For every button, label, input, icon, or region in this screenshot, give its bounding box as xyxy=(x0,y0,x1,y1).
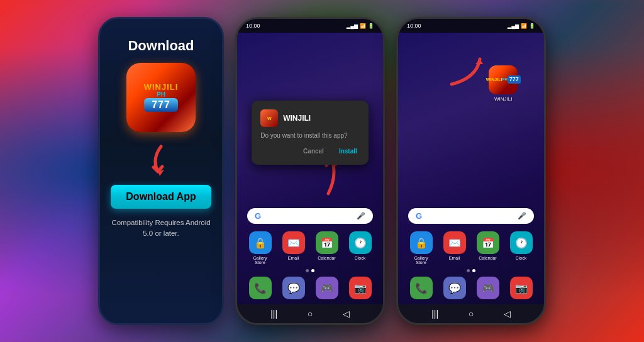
clock-app[interactable]: 🕐 Clock xyxy=(345,231,375,265)
gallery-store-app[interactable]: 🔒 GalleryStore xyxy=(245,231,275,265)
right-games-app[interactable]: 🎮 xyxy=(472,277,503,299)
middle-home-bottom: G 🎤 🔒 GalleryStore ✉️ Email 📅 Calendar xyxy=(237,208,383,304)
compatibility-text: Compatibility Requires Android 5.0 or la… xyxy=(110,218,212,240)
bottom-app-row: 📞 💬 🎮 📷 xyxy=(237,274,383,304)
games-icon: 🎮 xyxy=(316,277,338,299)
email-icon: ✉️ xyxy=(282,231,305,254)
email-label: Email xyxy=(288,256,299,260)
right-nav-bar: ||| ○ ◁ xyxy=(398,304,544,323)
dialog-cancel-button[interactable]: Cancel xyxy=(301,146,326,156)
right-dot-1 xyxy=(467,269,470,272)
right-phone: 10:00 ▂▄▆ 📶 🔋 WINJILI PH 777 WINJILI xyxy=(396,17,546,325)
battery-icon: 🔋 xyxy=(368,23,374,29)
dialog-app-icon: W xyxy=(260,109,278,127)
wifi-icon: 📶 xyxy=(360,23,366,29)
right-page-dots xyxy=(398,267,544,274)
wifi-icon-right: 📶 xyxy=(521,23,527,29)
right-phone-app[interactable]: 📞 xyxy=(406,277,436,299)
messages-app[interactable]: 💬 xyxy=(278,277,309,299)
right-status-bar: 10:00 ▂▄▆ 📶 🔋 xyxy=(398,19,544,33)
right-gallery-store-icon: 🔒 xyxy=(410,231,433,254)
right-bottom-app-row: 📞 💬 🎮 📷 xyxy=(398,274,544,304)
middle-status-bar: 10:00 ▂▄▆ 📶 🔋 xyxy=(237,19,383,33)
svg-marker-2 xyxy=(475,59,483,64)
dialog-header: W WINJILI xyxy=(260,109,360,127)
right-email-icon: ✉️ xyxy=(443,231,466,254)
middle-screen: W WINJILI Do you want to install this ap… xyxy=(237,33,383,304)
right-phone-icon: 📞 xyxy=(410,277,433,299)
google-g: G xyxy=(255,211,261,221)
right-camera-app[interactable]: 📷 xyxy=(506,277,536,299)
content-wrapper: Download WINJILI PH 777 Download App Com… xyxy=(0,0,644,342)
phone-icon: 📞 xyxy=(249,277,272,299)
middle-phone: 10:00 ▂▄▆ 📶 🔋 W WINJILI Do you want to i… xyxy=(235,17,385,325)
winjili-home-icon: WINJILI PH 777 xyxy=(489,65,518,94)
right-clock-label: Clock xyxy=(516,256,527,260)
app-icon: WINJILI PH 777 xyxy=(126,63,196,132)
middle-status-icons: ▂▄▆ 📶 🔋 xyxy=(347,23,374,29)
right-clock-icon: 🕐 xyxy=(510,231,533,254)
calendar-label: Calendar xyxy=(318,256,335,260)
signal-icon-right: ▂▄▆ xyxy=(508,23,519,29)
right-messages-icon: 💬 xyxy=(443,277,466,299)
home-nav[interactable]: ○ xyxy=(304,308,316,319)
right-calendar-app[interactable]: 📅 Calendar xyxy=(472,231,503,265)
dot-1 xyxy=(306,269,309,272)
camera-app[interactable]: 📷 xyxy=(345,277,375,299)
installed-winjili-app[interactable]: WINJILI PH 777 WINJILI xyxy=(489,65,518,102)
right-google-g: G xyxy=(416,211,422,221)
calendar-app[interactable]: 📅 Calendar xyxy=(311,231,342,265)
games-app[interactable]: 🎮 xyxy=(311,277,342,299)
right-email-app[interactable]: ✉️ Email xyxy=(439,231,470,265)
calendar-icon: 📅 xyxy=(316,231,338,254)
right-gallery-store-app[interactable]: 🔒 GalleryStore xyxy=(406,231,436,265)
right-clock-app[interactable]: 🕐 Clock xyxy=(506,231,536,265)
dialog-question: Do you want to install this app? xyxy=(260,132,360,139)
dialog-app-name: WINJILI xyxy=(283,114,311,123)
right-dot-2 xyxy=(472,269,475,272)
right-time: 10:00 xyxy=(407,23,421,29)
right-mic-icon: 🎤 xyxy=(518,212,526,220)
page-dots xyxy=(237,267,383,274)
right-calendar-icon: 📅 xyxy=(477,231,499,254)
right-back-nav[interactable]: ||| xyxy=(430,308,441,319)
right-messages-app[interactable]: 💬 xyxy=(439,277,470,299)
middle-nav-bar: ||| ○ ◁ xyxy=(237,304,383,323)
right-calendar-label: Calendar xyxy=(479,256,496,260)
mic-icon: 🎤 xyxy=(357,212,365,220)
battery-icon-right: 🔋 xyxy=(529,23,535,29)
right-games-icon: 🎮 xyxy=(477,277,499,299)
right-recent-nav[interactable]: ◁ xyxy=(501,308,513,319)
right-app-grid: 🔒 GalleryStore ✉️ Email 📅 Calendar 🕐 Clo… xyxy=(398,229,544,267)
dialog-install-button[interactable]: Install xyxy=(336,146,360,156)
email-app[interactable]: ✉️ Email xyxy=(278,231,309,265)
search-bar[interactable]: G 🎤 xyxy=(247,208,373,224)
install-dialog: W WINJILI Do you want to install this ap… xyxy=(252,101,369,165)
slot-numbers: 777 xyxy=(144,98,179,112)
right-status-icons: ▂▄▆ 📶 🔋 xyxy=(508,23,535,29)
installed-app-label: WINJILI xyxy=(494,96,512,102)
gallery-store-icon: 🔒 xyxy=(249,231,272,254)
clock-label: Clock xyxy=(355,256,366,260)
right-home-nav[interactable]: ○ xyxy=(465,308,477,319)
app-ph-text: PH xyxy=(144,91,179,98)
app-icon-inner: WINJILI PH 777 xyxy=(144,83,179,112)
app-name-text: WINJILI xyxy=(144,83,179,91)
left-download-card: Download WINJILI PH 777 Download App Com… xyxy=(98,17,224,325)
clock-icon: 🕐 xyxy=(349,231,372,254)
phone-app[interactable]: 📞 xyxy=(245,277,275,299)
middle-time: 10:00 xyxy=(246,23,260,29)
dialog-buttons: Cancel Install xyxy=(260,146,360,156)
right-screen: WINJILI PH 777 WINJILI G 🎤 xyxy=(398,33,544,304)
recent-nav[interactable]: ◁ xyxy=(340,308,352,319)
arrow-installed-icon xyxy=(439,47,489,91)
right-gallery-store-label: GalleryStore xyxy=(414,256,428,265)
right-search-bar[interactable]: G 🎤 xyxy=(408,208,534,224)
dot-2 xyxy=(311,269,314,272)
download-app-button[interactable]: Download App xyxy=(111,185,211,209)
right-home-bottom: G 🎤 🔒 GalleryStore ✉️ Email 📅 Calendar xyxy=(398,208,544,304)
right-email-label: Email xyxy=(449,256,460,260)
download-title: Download xyxy=(128,38,194,54)
arrow-down-icon xyxy=(142,143,180,181)
back-nav[interactable]: ||| xyxy=(269,308,280,319)
